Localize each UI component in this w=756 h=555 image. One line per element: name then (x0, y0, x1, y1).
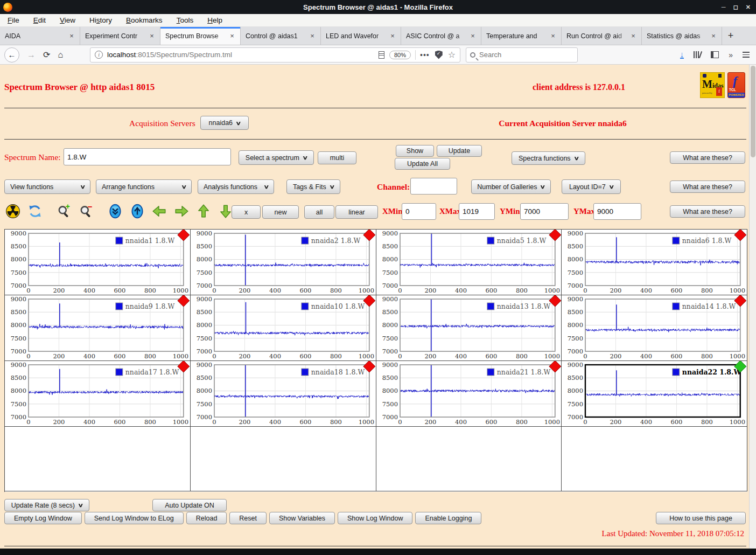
tab-led-and-wavefor[interactable]: LED and Wavefor (321, 27, 401, 45)
spectrum-chart-nnaida22[interactable]: 7000750080008500900002004006008001000nna… (562, 361, 747, 427)
url-bar[interactable]: i localhost :8015/Spectrum/Spectrum.tml … (90, 47, 460, 63)
arrange-functions-dropdown[interactable]: Arrange functions (96, 179, 192, 194)
refresh-icon[interactable] (27, 204, 43, 219)
sidebar-icon[interactable] (711, 51, 719, 58)
arrow-down-icon[interactable] (218, 204, 233, 219)
close-button[interactable]: ✕ (746, 4, 751, 11)
expand-y-icon[interactable] (130, 204, 145, 219)
tab-close-icon[interactable] (148, 32, 156, 40)
zoom-in-icon[interactable]: + (57, 204, 72, 219)
select-spectrum-dropdown[interactable]: Select a spectrum (239, 150, 314, 165)
arrow-right-icon[interactable] (174, 204, 189, 219)
menu-help[interactable]: Help (207, 16, 222, 24)
tab-close-icon[interactable] (709, 32, 718, 40)
what-are-these-button-3[interactable]: What are these? (670, 205, 745, 218)
pocket-shield-icon[interactable] (435, 51, 443, 59)
layout-id-dropdown[interactable]: Layout ID=7 (562, 179, 621, 194)
show-button[interactable]: Show (396, 145, 434, 157)
forward-button[interactable]: → (27, 50, 36, 60)
menu-view[interactable]: View (60, 16, 75, 24)
tab-aida[interactable]: AIDA (0, 27, 80, 45)
arrow-up-icon[interactable] (196, 204, 211, 219)
tab-control-aidas1[interactable]: Control @ aidas1 (241, 27, 321, 45)
radiation-icon[interactable] (5, 204, 20, 219)
spectrum-chart-nnaida5[interactable]: 7000750080008500900002004006008001000nna… (376, 230, 562, 295)
what-are-these-button-2[interactable]: What are these? (670, 181, 745, 193)
number-of-galleries-dropdown[interactable]: Number of Galleries (471, 179, 551, 194)
overflow-chevron-icon[interactable]: » (729, 51, 733, 59)
midas-logo[interactable]: Midas powered by f (700, 72, 725, 98)
search-input[interactable] (479, 51, 560, 59)
downloads-icon[interactable]: ↓ (680, 51, 684, 59)
menu-history[interactable]: History (89, 16, 112, 24)
all-button[interactable]: all (304, 205, 334, 219)
xmin-input[interactable] (402, 203, 436, 220)
bookmark-star-icon[interactable]: ☆ (448, 50, 456, 60)
zoom-out-icon[interactable]: − (79, 204, 94, 219)
new-button[interactable]: new (262, 205, 299, 219)
home-button[interactable]: ⌂ (58, 50, 63, 60)
new-tab-button[interactable] (722, 27, 739, 45)
page-actions-icon[interactable]: ••• (420, 51, 430, 59)
acquisition-server-select[interactable]: nnaida6 (200, 116, 249, 130)
tab-close-icon[interactable] (629, 32, 638, 40)
menu-bookmarks[interactable]: Bookmarks (126, 16, 163, 24)
tab-close-icon[interactable] (549, 32, 557, 40)
spectrum-chart-nnaida9[interactable]: 7000750080008500900002004006008001000nna… (5, 295, 191, 361)
spectrum-chart-nnaida21[interactable]: 7000750080008500900002004006008001000nna… (376, 361, 562, 427)
menu-tools[interactable]: Tools (177, 16, 194, 24)
footer-button-enable-logging[interactable]: Enable Logging (415, 512, 481, 524)
tcl-logo[interactable]: f TCL POWERED (727, 72, 745, 98)
tab-experiment-contr[interactable]: Experiment Contr (80, 27, 160, 45)
site-info-icon[interactable]: i (95, 51, 103, 59)
hamburger-menu-icon[interactable] (743, 52, 750, 58)
spectrum-chart-nnaida6[interactable]: 7000750080008500900002004006008001000nna… (562, 230, 747, 295)
spectrum-chart-nnaida14[interactable]: 7000750080008500900002004006008001000nna… (562, 295, 747, 361)
footer-button-show-log-window[interactable]: Show Log Window (338, 512, 413, 524)
spectra-functions-dropdown[interactable]: Spectra functions (512, 151, 585, 165)
update-rate-dropdown[interactable]: Update Rate (8 secs) (4, 499, 89, 511)
tab-spectrum-browse[interactable]: Spectrum Browse (160, 27, 241, 45)
spectrum-chart-nnaida1[interactable]: 7000750080008500900002004006008001000nna… (5, 230, 191, 295)
linear-button[interactable]: linear (335, 205, 378, 219)
xmax-input[interactable] (459, 203, 495, 220)
scrollbar-thumb[interactable] (751, 66, 755, 157)
reader-mode-icon[interactable] (379, 51, 384, 59)
spectrum-chart-nnaida18[interactable]: 7000750080008500900002004006008001000nna… (191, 361, 376, 427)
view-functions-dropdown[interactable]: View functions (4, 179, 90, 194)
tab-close-icon[interactable] (308, 32, 317, 40)
how-to-use-button[interactable]: How to use this page (656, 512, 746, 524)
footer-button-reload[interactable]: Reload (186, 512, 227, 524)
spectrum-name-input[interactable] (64, 148, 231, 165)
x-axis-button[interactable]: x (232, 205, 261, 219)
footer-button-show-variables[interactable]: Show Variables (269, 512, 335, 524)
menu-file[interactable]: File (8, 16, 19, 24)
maximize-button[interactable]: ◻ (733, 4, 738, 11)
tab-close-icon[interactable] (228, 32, 236, 40)
page-scrollbar[interactable] (749, 65, 756, 549)
reload-button[interactable]: ⟳ (43, 50, 50, 60)
tags-fits-dropdown[interactable]: Tags & Fits (286, 179, 340, 194)
search-bar[interactable] (466, 47, 578, 63)
spectrum-chart-nnaida10[interactable]: 7000750080008500900002004006008001000nna… (191, 295, 376, 361)
tab-run-control-aid[interactable]: Run Control @ aid (562, 27, 642, 45)
minimize-button[interactable]: ─ (722, 4, 726, 11)
update-all-button[interactable]: Update All (395, 158, 450, 170)
footer-button-empty-log-window[interactable]: Empty Log Window (4, 512, 82, 524)
tab-close-icon[interactable] (388, 32, 397, 40)
zoom-level-badge[interactable]: 80% (389, 51, 411, 59)
multi-button[interactable]: multi (318, 151, 356, 164)
spectrum-chart-nnaida2[interactable]: 7000750080008500900002004006008001000nna… (191, 230, 376, 295)
analysis-functions-dropdown[interactable]: Analysis functions (198, 179, 274, 194)
tab-temperature-and[interactable]: Temperature and (481, 27, 562, 45)
tab-close-icon[interactable] (67, 32, 76, 40)
tab-close-icon[interactable] (468, 32, 477, 40)
auto-update-button[interactable]: Auto Update ON (152, 499, 227, 511)
spectrum-chart-nnaida13[interactable]: 7000750080008500900002004006008001000nna… (376, 295, 562, 361)
update-button[interactable]: Update (437, 145, 482, 157)
tab-statistics-aidas[interactable]: Statistics @ aidas (642, 27, 722, 45)
arrow-left-icon[interactable] (152, 204, 167, 219)
ymax-input[interactable] (593, 203, 641, 220)
tab-asic-control-a[interactable]: ASIC Control @ a (401, 27, 481, 45)
back-button[interactable]: ← (4, 47, 19, 63)
